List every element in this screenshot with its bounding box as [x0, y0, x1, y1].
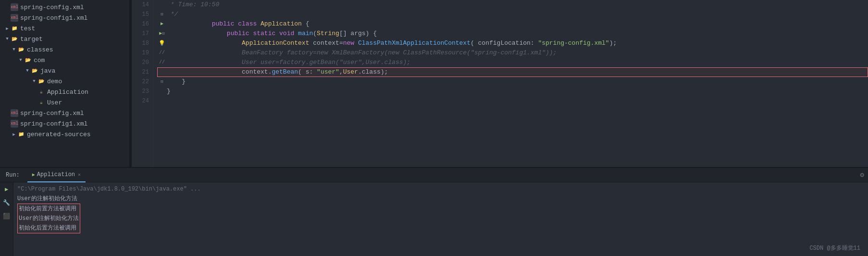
tree-item-label: spring-config.xml — [20, 110, 84, 117]
arrow-down-icon: ▼ — [24, 67, 31, 74]
java-class-icon: ☕ — [37, 99, 45, 106]
tree-item-spring-config1-2[interactable]: xml spring-config1.xml — [0, 118, 129, 129]
tree-item-label: User — [47, 99, 62, 106]
fold-arrow-17-icon[interactable]: ⊟ — [162, 29, 164, 38]
code-text-23: } — [167, 87, 868, 96]
tree-item-java[interactable]: ▼ 📂 java — [0, 65, 129, 76]
code-text-22: } — [167, 77, 868, 87]
tree-item-demo[interactable]: ▼ 📂 demo — [0, 76, 129, 87]
code-content: 14 15 16 17 18 19 20 21 22 23 24 * Time:… — [132, 0, 868, 167]
bottom-tab-bar: Run: ▶ Application ✕ ⚙ — [0, 168, 868, 182]
run-label: Run: — [2, 172, 24, 179]
arrow-down-icon: ▼ — [4, 36, 11, 42]
arrow-right-icon: ▶ — [4, 25, 11, 32]
tree-item-label: com — [34, 57, 45, 64]
tree-item-application[interactable]: ☕ Application — [0, 87, 129, 97]
line-numbers: 14 15 16 17 18 19 20 21 22 23 24 — [132, 0, 153, 167]
bottom-panel: Run: ▶ Application ✕ ⚙ ▶ 🔧 ⬛ "C:\Program… — [0, 167, 868, 256]
tree-item-label: java — [40, 67, 55, 75]
run-toolbar: ▶ 🔧 ⬛ — [0, 182, 13, 256]
run-arrow-icon[interactable]: ▶ — [161, 19, 163, 29]
tree-item-user[interactable]: ☕ User — [0, 97, 129, 108]
tree-item-label: target — [20, 36, 43, 43]
wrench-icon[interactable]: 🔧 — [2, 198, 12, 207]
run-tab-icon: ▶ — [32, 172, 35, 178]
console-line-3: User的注解初始化方法 — [19, 214, 79, 223]
fold-arrow-icon[interactable]: ⊟ — [161, 10, 163, 19]
comment-mark-19: // — [159, 48, 165, 58]
tree-item-label: demo — [47, 78, 62, 85]
code-line-24 — [157, 96, 868, 106]
arrow-down-icon: ▼ — [31, 78, 37, 85]
code-line-23: } — [157, 87, 868, 96]
tree-item-label: classes — [27, 46, 53, 53]
tree-item-generated-sources[interactable]: ▶ 📁 generated-sources — [0, 129, 129, 140]
gutter-16: ▶ — [157, 19, 167, 29]
fold-arrow-22-icon[interactable]: ⊟ — [161, 77, 163, 87]
arrow-down-icon: ▼ — [11, 46, 17, 53]
tree-item-label: Application — [47, 89, 88, 96]
gutter-19: // — [157, 48, 167, 58]
stop-button[interactable]: ⬛ — [2, 211, 12, 221]
code-line-14: * Time: 10:50 — [157, 0, 868, 10]
folder-open-icon: 📂 — [24, 56, 32, 64]
folder-icon: 📁 — [11, 25, 18, 32]
code-line-22: ⊟ } — [157, 77, 868, 87]
bottom-content: ▶ 🔧 ⬛ "C:\Program Files\Java\jdk1.8.0_19… — [0, 182, 868, 256]
xml-file-icon: xml — [11, 14, 18, 22]
xml-file-icon: xml — [11, 120, 18, 128]
tree-item-spring-config1[interactable]: xml spring-config1.xml — [0, 13, 129, 23]
folder-open-icon: 📂 — [11, 35, 18, 43]
java-class-icon: ☕ — [37, 88, 45, 96]
folder-open-icon: 📂 — [37, 77, 45, 85]
console-line-0: "C:\Program Files\Java\jdk1.8.0_192\bin\… — [17, 184, 864, 194]
main-area: xml spring-config.xml xml spring-config1… — [0, 0, 868, 167]
folder-open-icon: 📂 — [31, 67, 38, 75]
code-text-14: * Time: 10:50 — [167, 0, 868, 10]
code-line-21: context.getBean( s: "user",User.class); — [157, 67, 868, 77]
xml-file-icon: xml — [11, 109, 18, 117]
console-line-1: User的注解初始化方法 — [17, 194, 864, 204]
tree-item-com[interactable]: ▼ 📂 com — [0, 55, 129, 65]
code-editor: 14 15 16 17 18 19 20 21 22 23 24 * Time:… — [132, 0, 868, 167]
run-tab-application[interactable]: ▶ Application ✕ — [27, 168, 86, 182]
comment-mark-20: // — [159, 58, 165, 67]
lightbulb-icon[interactable]: 💡 — [159, 38, 165, 48]
gutter-22: ⊟ — [157, 77, 167, 87]
folder-icon: 📁 — [17, 130, 25, 138]
gutter-15: ⊟ — [157, 10, 167, 19]
xml-file-icon: xml — [11, 3, 18, 11]
run-button[interactable]: ▶ — [2, 184, 12, 194]
tree-item-label: spring-config1.xml — [20, 120, 87, 128]
tree-item-label: generated-sources — [27, 131, 91, 138]
gutter-18: 💡 — [157, 38, 167, 48]
settings-gear-icon[interactable]: ⚙ — [860, 171, 864, 179]
console-line-4: 初始化后置方法被调用 — [19, 223, 79, 233]
console-output-area: "C:\Program Files\Java\jdk1.8.0_192\bin\… — [13, 182, 868, 256]
run-tab-label: Application — [37, 171, 75, 178]
tab-close-button[interactable]: ✕ — [78, 172, 81, 178]
tree-item-label: spring-config1.xml — [20, 14, 87, 22]
tree-item-label: spring-config.xml — [20, 4, 84, 11]
tree-item-spring-config-2[interactable]: xml spring-config.xml — [0, 108, 129, 118]
folder-open-icon: 📂 — [17, 46, 25, 53]
tree-item-classes[interactable]: ▼ 📂 classes — [0, 44, 129, 55]
gutter-20: // — [157, 58, 167, 67]
tree-item-spring-config[interactable]: xml spring-config.xml — [0, 2, 129, 13]
gutter-17: ▶ ⊟ — [157, 29, 167, 38]
console-line-2: 初始化前置方法被调用 — [19, 204, 79, 214]
tree-item-label: test — [20, 25, 35, 32]
tree-item-test[interactable]: ▶ 📁 test — [0, 23, 129, 34]
console-highlighted-block: 初始化前置方法被调用 User的注解初始化方法 初始化后置方法被调用 — [17, 204, 80, 233]
code-lines-area: * Time: 10:50 ⊟ */ ▶ public class Applic… — [153, 0, 868, 167]
arrow-down-icon: ▼ — [17, 57, 24, 64]
file-tree-sidebar: xml spring-config.xml xml spring-config1… — [0, 0, 130, 167]
tree-item-target[interactable]: ▼ 📂 target — [0, 34, 129, 44]
watermark: CSDN @多多睡觉11 — [809, 244, 860, 252]
arrow-right-icon: ▶ — [11, 131, 17, 138]
